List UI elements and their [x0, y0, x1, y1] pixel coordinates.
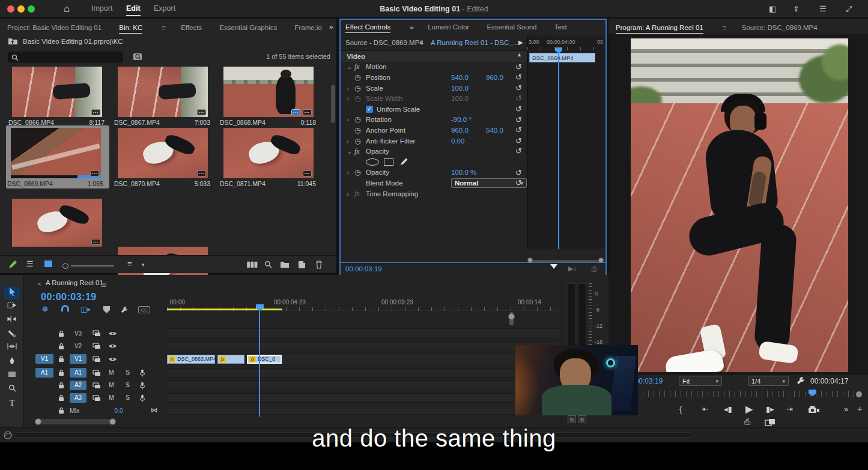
position-x-value[interactable]: 540.0: [451, 74, 486, 81]
voiceover-mic-icon[interactable]: [139, 394, 145, 402]
go-to-out-icon[interactable]: ⇥: [786, 405, 793, 414]
track-header-mix[interactable]: Mix 0.0 ⋈: [33, 406, 167, 415]
zoom-slider-track[interactable]: [71, 265, 114, 267]
workspaces-menu-icon[interactable]: ☰: [819, 4, 827, 13]
tab-edit[interactable]: Edit: [126, 4, 141, 16]
read-only-pencil-icon[interactable]: [8, 260, 17, 270]
effect-controls-timecode[interactable]: 00:00:03:19: [345, 265, 382, 273]
collapse-section-icon[interactable]: ▲: [517, 52, 522, 58]
tab-effects[interactable]: Effects: [181, 24, 202, 31]
expand-chevron-icon[interactable]: ›: [347, 95, 354, 102]
filter-effects-icon[interactable]: [550, 264, 557, 273]
tab-import[interactable]: Import: [91, 4, 112, 13]
mini-timeline-ruler[interactable]: 3:00 00:00:04:00 00: [527, 35, 605, 51]
stopwatch-icon[interactable]: ◷: [354, 126, 366, 134]
mini-playhead-line[interactable]: [558, 52, 559, 249]
expand-chevron-icon[interactable]: ›: [347, 85, 354, 92]
clip-item[interactable]: ••• DSC_0867.MP47:003: [113, 67, 214, 126]
zoom-tool[interactable]: [4, 384, 20, 396]
lane-mix[interactable]: [167, 406, 559, 415]
anchor-x-value[interactable]: 960.0: [451, 127, 486, 134]
lock-icon[interactable]: [58, 382, 64, 389]
fullscreen-icon[interactable]: ⤢: [846, 4, 852, 14]
property-anti-flicker[interactable]: ›◷ Anti-flicker Filter 0.00 ↺: [341, 136, 527, 146]
navigate-up-bin-icon[interactable]: [8, 37, 18, 45]
scrollbar-knob[interactable]: [508, 313, 515, 320]
slip-tool[interactable]: [4, 343, 20, 355]
lane-v1[interactable]: fx DSC_0863.MP4 fx fx DSC_0: [167, 354, 559, 364]
step-forward-icon[interactable]: ▮▸: [766, 405, 774, 414]
rotation-value[interactable]: -90.0 °: [451, 116, 472, 123]
property-scale[interactable]: ›◷ Scale 100.0 ↺: [341, 83, 527, 94]
clip-thumbnail[interactable]: •••: [12, 67, 102, 117]
sync-lock-icon[interactable]: [93, 370, 101, 376]
effect-controls-mini-timeline[interactable]: 3:00 00:00:04:00 00 DSC_0869.MP4: [527, 35, 605, 249]
share-export-icon[interactable]: ⇪: [793, 4, 800, 13]
anti-flicker-value[interactable]: 0.00: [451, 137, 464, 145]
section-video[interactable]: Video ▲: [341, 51, 527, 62]
reset-icon[interactable]: ↺: [515, 125, 522, 134]
mini-timeline-clip[interactable]: DSC_0869.MP4: [529, 53, 595, 62]
voiceover-mic-icon[interactable]: [139, 382, 145, 390]
rectangle-tool[interactable]: [4, 370, 20, 382]
reset-icon[interactable]: ↺: [515, 136, 522, 145]
tab-frameio[interactable]: Frame.io: [294, 24, 321, 31]
play-toggle-icon[interactable]: ▶: [518, 39, 523, 46]
play-audio-only-icon[interactable]: ▶♪: [568, 265, 577, 273]
track-name-v3[interactable]: V3: [70, 329, 86, 339]
track-output-eye-icon[interactable]: [108, 343, 117, 349]
clip-thumbnail[interactable]: •••: [118, 67, 208, 117]
clip-thumbnail[interactable]: •••: [223, 128, 314, 178]
razor-tool[interactable]: [4, 329, 20, 341]
mark-in-icon[interactable]: {: [679, 405, 682, 414]
sync-lock-icon[interactable]: [93, 395, 101, 402]
track-header-v2[interactable]: V2: [33, 341, 167, 351]
step-back-icon[interactable]: ◂▮: [724, 405, 732, 414]
mute-button[interactable]: M: [107, 394, 116, 402]
solo-left-button[interactable]: S: [568, 415, 576, 423]
clip-item-selected[interactable]: ••• DSC_0869.MP41:065: [6, 125, 109, 188]
panel-menu-icon[interactable]: ≡: [101, 280, 106, 291]
ellipse-mask-icon[interactable]: [366, 158, 379, 166]
track-name-a3[interactable]: A3: [70, 393, 86, 403]
program-video-viewport[interactable]: [609, 34, 868, 375]
track-header-v3[interactable]: V3: [33, 328, 167, 339]
expand-chevron-icon[interactable]: ⌄: [347, 63, 354, 71]
tab-export[interactable]: Export: [154, 4, 175, 13]
timeline-clip-short[interactable]: fx: [217, 355, 244, 364]
chevron-down-icon[interactable]: ▾: [420, 39, 423, 46]
find-icon[interactable]: [264, 261, 272, 268]
track-header-v1[interactable]: V1 V1: [33, 354, 167, 364]
source-patch-a1[interactable]: A1: [35, 368, 53, 378]
sort-icon[interactable]: ≡: [127, 259, 132, 268]
effect-motion[interactable]: ⌄fx Motion ↺: [341, 62, 527, 73]
automate-to-sequence-icon[interactable]: ▮▮▮: [246, 259, 257, 268]
zoom-level-dropdown[interactable]: Fit▾: [679, 376, 722, 386]
timeline-clip-selected[interactable]: fx DSC_0: [247, 355, 282, 364]
tab-program-monitor[interactable]: Program: A Running Reel 01: [616, 24, 703, 34]
property-scale-width[interactable]: ›◷ Scale Width 100.0 ↺: [341, 93, 527, 104]
breadcrumb[interactable]: Basic Video Editing 01.prproj\KC: [23, 38, 123, 45]
lock-icon[interactable]: [58, 369, 64, 376]
clip-item[interactable]: ••• DSC_0871.MP411:045: [219, 128, 320, 187]
lane-v3[interactable]: [167, 328, 559, 339]
lane-a3[interactable]: [167, 393, 559, 403]
track-output-eye-icon[interactable]: [108, 357, 117, 362]
clip-item[interactable]: ••• DSC_0866.MP48:117: [7, 67, 108, 126]
linked-selection-icon[interactable]: ◫▸: [80, 305, 91, 313]
track-header-a1[interactable]: A1 A1 M S: [33, 368, 167, 378]
source-patch-v1[interactable]: V1: [35, 354, 53, 364]
playback-resolution-dropdown[interactable]: 1/4▾: [748, 376, 789, 386]
track-name-a2[interactable]: A2: [70, 381, 86, 390]
clip-item[interactable]: ••• DSC_0870.MP45:033: [113, 128, 214, 187]
expand-chevron-icon[interactable]: ›: [347, 190, 354, 197]
selection-tool[interactable]: [4, 287, 20, 299]
close-sequence-icon[interactable]: ×: [37, 280, 41, 288]
list-view-icon[interactable]: ☰: [26, 259, 34, 268]
add-marker-icon[interactable]: [103, 306, 110, 313]
lock-icon[interactable]: [58, 330, 64, 337]
mini-scrollbar[interactable]: [530, 260, 602, 262]
clip-thumbnail[interactable]: •••: [11, 128, 101, 178]
stopwatch-icon[interactable]: ◷: [354, 168, 366, 176]
workspace-panel-icon[interactable]: ◧: [769, 4, 776, 13]
